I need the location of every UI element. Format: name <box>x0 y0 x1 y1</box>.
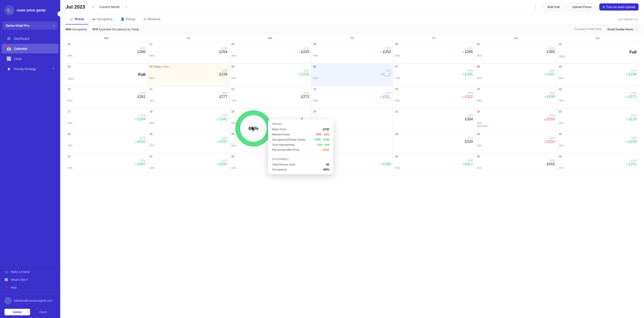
cell-price: ↗ £295 <box>395 72 473 76</box>
tab-prices[interactable]: 📈 Prices <box>66 14 88 24</box>
tooltip-market-factor-row: Market Factor -18% -£41 <box>272 132 329 136</box>
table-row[interactable]: 17 £278 ↗ £294 55% <box>66 108 148 131</box>
table-row[interactable]: 01 £312 £303 96% <box>475 41 556 63</box>
table-row[interactable]: 04 £350 ↗ £417 53% <box>393 153 475 176</box>
cell-date: 22 <box>477 110 554 113</box>
table-row[interactable]: 08 £260 ↗ £297 62% <box>475 63 556 86</box>
occupancy-tab-icon: 🛏 <box>92 17 96 21</box>
table-row[interactable]: 25 £268 ↗ £297 57% <box>148 131 229 153</box>
cell-price-value: £322 <box>465 95 473 99</box>
table-row[interactable]: 11 £288 £277 81% <box>148 86 229 108</box>
occ-pickup-value: +£36 <box>323 138 329 141</box>
sidebar-item-pricing-strategy[interactable]: ◆ Pricing Strategy ▾ <box>2 64 58 74</box>
table-row[interactable]: 09 £179 ↗ £194 68% <box>557 63 638 86</box>
next-month-button[interactable]: › <box>123 4 130 10</box>
bulk-edit-button[interactable]: Bulk Edit <box>543 3 564 11</box>
table-row[interactable]: 30 £221 ↗ £265 93% <box>393 41 475 63</box>
cell-date: 11 <box>150 88 227 91</box>
cell-occupancy: 81% <box>313 77 391 79</box>
room-type-selector[interactable]: Small Double Room ⋮ <box>607 27 638 32</box>
cell-price: ↗ £297 <box>150 140 227 144</box>
table-row[interactable]: 06 £249 ↗ £251 47% <box>557 153 638 176</box>
cell-price: ↗ £292 <box>68 140 146 144</box>
sidebar-collapse-button[interactable]: ‹ <box>58 11 63 17</box>
cell-occupancy: 55% <box>68 122 146 124</box>
table-row[interactable]: 22 £350 ↘ £316 38% Start North ... <box>475 108 556 131</box>
table-row[interactable]: 28 £324 £320 <box>393 131 475 153</box>
table-row[interactable]: 24 £276 ↗ £292 70% <box>66 131 148 153</box>
sidebar-item-chart[interactable]: 📈 Chart <box>2 54 58 63</box>
trend-up-icon: ↗ <box>625 163 628 166</box>
table-row[interactable]: 14 £350 ↘ £322 83% <box>393 86 475 108</box>
cell-price: ↘ £316 <box>477 117 554 121</box>
admin-tab[interactable]: Admin <box>4 309 30 315</box>
calendar-area: Mo Tu We Th Fr Sa Su 26 £265 £260 98% 27… <box>60 34 644 318</box>
upload-prices-button[interactable]: Upload Prices <box>568 3 596 11</box>
hotel-selector[interactable]: Demo Hotel Pro ▾ <box>3 21 58 30</box>
cell-price: £254 <box>150 50 227 54</box>
tab-pickup[interactable]: 👤 Pickup <box>116 14 139 24</box>
table-row[interactable]: 21 £307 £304 <box>393 108 475 131</box>
cell-occupancy: 38% <box>477 122 554 124</box>
cell-occupancy: 53% <box>395 167 473 169</box>
table-row[interactable]: 04 Today £228 £234 96% <box>148 63 229 86</box>
table-row[interactable]: 18 £326 ↗ £342 68% <box>148 108 229 131</box>
cell-suggested-price: £350 <box>477 159 554 162</box>
table-row[interactable]: 12 £271 £272 72% <box>230 86 311 108</box>
more-options-button[interactable]: ⋮ <box>532 3 540 10</box>
trend-down-icon: ↘ <box>462 95 464 99</box>
tab-occupancy[interactable]: 🛏 Occupancy <box>88 14 116 24</box>
table-row[interactable]: 07 £224 ↗ £295 74% <box>393 63 475 86</box>
room-type-more-icon[interactable]: ⋮ <box>634 27 638 32</box>
table-row[interactable]: 27 £220 £254 96% <box>148 41 229 63</box>
cell-date: 05 <box>477 155 554 158</box>
trend-up-icon: ↗ <box>216 163 219 166</box>
table-row[interactable]: 23 £350 ↗ £218 49% <box>557 108 638 131</box>
sidebar-item-dashboard[interactable]: ⊞ Dashboard <box>2 34 58 43</box>
table-row[interactable]: 02 Full 100% <box>557 41 638 63</box>
table-row[interactable]: 13 £254 ↘ £23_ 64% <box>311 86 393 108</box>
table-row[interactable]: 05 £350 £410 51% <box>475 153 556 176</box>
table-row[interactable]: 03 Full 100% <box>66 63 148 86</box>
cell-price: ↗ £216 <box>232 72 309 76</box>
table-row[interactable]: 29 £350 ↘ £333 36% <box>475 131 556 153</box>
refer-friend-item[interactable]: 👥 Refer a Friend <box>0 268 60 276</box>
cell-price-value: £271 <box>628 95 636 99</box>
table-row[interactable]: 15 £350 ↗ £408 89% <box>475 86 556 108</box>
current-month-button[interactable]: Current Month <box>100 5 120 9</box>
pricing-icon: ◆ <box>6 66 11 71</box>
logo-text: room price genie <box>17 8 46 12</box>
tooltip-base-price-row: Base Price £230 <box>272 128 329 131</box>
prev-month-button[interactable]: ‹ <box>90 4 96 10</box>
cell-price-value: £254 <box>219 50 228 54</box>
cell-occupancy: 96% <box>150 54 227 57</box>
auto-upload-label: Turn on Auto-Upload <box>606 5 635 9</box>
sidebar-bottom: 👥 Refer a Friend 🔄 What's New? ❓ Help <box>0 265 60 294</box>
table-row[interactable]: 05 £201 ↗ £216 89% <box>230 63 311 86</box>
client-tab[interactable]: Client <box>30 309 56 315</box>
cell-suggested-price: £209 <box>559 137 636 139</box>
table-row[interactable]: 01 £261 ↗ £282 49% <box>148 153 229 176</box>
table-row[interactable]: 30 £209 ↗ £229 43% <box>557 131 638 153</box>
help-item[interactable]: ❓ Help <box>0 284 60 292</box>
cell-suggested-price: £350 <box>559 114 636 117</box>
day-su: Su <box>557 36 638 40</box>
refer-label: Refer a Friend <box>11 270 30 274</box>
auto-upload-button[interactable]: Turn on Auto-Upload <box>599 3 638 10</box>
table-row[interactable]: 28 £235 ↘ £225 96% <box>230 41 311 63</box>
cell-price: ↗ £194 <box>559 72 636 76</box>
table-row[interactable]: 31 £251 ↗ £267 49% <box>66 153 148 176</box>
sidebar-item-label: Calendar <box>14 47 28 50</box>
table-row[interactable]: 29 £209 ↗ £253 94% <box>311 41 393 63</box>
sidebar-item-calendar[interactable]: 📅 Calendar <box>2 44 58 53</box>
user-section: 👤 katharina@roompricegenie.com <box>0 294 60 307</box>
table-row[interactable]: 16 £254 ↗ £271 70% <box>557 86 638 108</box>
whats-new-item[interactable]: 🔄 What's New? <box>0 276 60 284</box>
cursor-indicator: 🖱 <box>250 126 256 132</box>
cell-price: ↗ £265 <box>395 50 473 54</box>
tab-revenue[interactable]: 🏷 Revenue <box>139 14 164 24</box>
table-row[interactable]: 06 £193 ↗ £__2 81% <box>311 63 393 86</box>
table-row[interactable]: 26 £265 £260 98% <box>66 41 148 63</box>
table-row[interactable]: 10 £256 £261 81% <box>66 86 148 108</box>
tooltip-occupancy-row: Occupancy 66% <box>272 168 329 171</box>
